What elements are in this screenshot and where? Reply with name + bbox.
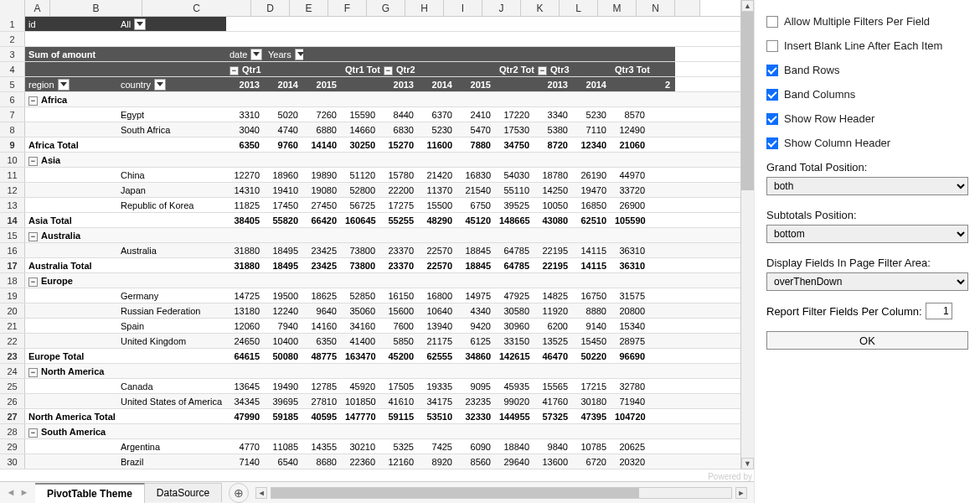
row-head-2[interactable]: 2	[0, 32, 25, 46]
data-cell[interactable]	[380, 228, 419, 242]
collapse-icon[interactable]: −	[28, 96, 38, 106]
data-cell[interactable]: 12490	[611, 122, 650, 137]
filter-icon[interactable]	[295, 49, 303, 60]
qtr-header[interactable]	[419, 62, 457, 76]
data-cell[interactable]: 5230	[419, 122, 457, 137]
sum-label[interactable]: Sum of amount	[25, 47, 117, 61]
qtr-header[interactable]	[265, 62, 303, 76]
data-cell[interactable]: 9840	[534, 439, 573, 454]
country-cell[interactable]: United States of America	[117, 394, 226, 408]
data-cell[interactable]: 15450	[573, 334, 611, 348]
data-cell[interactable]: 5470	[457, 122, 496, 137]
qtr-header[interactable]: −Qtr1	[226, 62, 265, 76]
data-cell[interactable]: 48290	[419, 213, 457, 227]
data-cell[interactable]	[419, 273, 457, 288]
data-cell[interactable]	[534, 153, 573, 167]
row-head-6[interactable]: 6	[0, 92, 25, 106]
col-head-L[interactable]: L	[560, 0, 598, 16]
country-cell[interactable]: Republic of Korea	[117, 198, 226, 212]
data-cell[interactable]	[650, 168, 675, 182]
col-head-F[interactable]: F	[328, 0, 367, 16]
data-cell[interactable]: 27810	[303, 394, 342, 408]
data-cell[interactable]: 13525	[534, 334, 573, 348]
sheet-tab-pivot[interactable]: PivotTable Theme	[35, 483, 145, 503]
data-cell[interactable]: 31880	[226, 258, 265, 272]
data-cell[interactable]: 8680	[303, 454, 342, 469]
country-label[interactable]: country	[117, 77, 226, 91]
data-cell[interactable]: 22360	[342, 454, 380, 469]
data-cell[interactable]: 8880	[573, 303, 611, 318]
data-cell[interactable]: 33720	[611, 183, 650, 197]
country-cell[interactable]: Australia	[117, 243, 226, 257]
data-cell[interactable]: 66420	[303, 213, 342, 227]
row-head-13[interactable]: 13	[0, 198, 25, 212]
data-cell[interactable]: 16850	[573, 198, 611, 212]
year-header[interactable]: 2013	[226, 77, 265, 91]
data-cell[interactable]	[342, 424, 380, 438]
qtr-header[interactable]: −Qtr2	[380, 62, 419, 76]
scroll-right-button[interactable]: ►	[735, 487, 747, 499]
data-cell[interactable]	[380, 424, 419, 438]
country-cell[interactable]: China	[117, 168, 226, 182]
row-head-16[interactable]: 16	[0, 243, 25, 257]
data-cell[interactable]: 7880	[457, 137, 496, 152]
data-cell[interactable]: 15500	[419, 198, 457, 212]
year-header[interactable]	[342, 77, 380, 91]
data-cell[interactable]	[342, 92, 380, 106]
data-cell[interactable]: 4770	[226, 439, 265, 454]
data-cell[interactable]: 47395	[573, 409, 611, 423]
col-head-I[interactable]: I	[444, 0, 482, 16]
row-head-24[interactable]: 24	[0, 364, 25, 378]
data-cell[interactable]: 21060	[611, 137, 650, 152]
data-cell[interactable]: 13940	[419, 319, 457, 333]
country-cell[interactable]: Spain	[117, 319, 226, 333]
data-cell[interactable]: 18845	[457, 258, 496, 272]
data-cell[interactable]: 40595	[303, 409, 342, 423]
row-head-11[interactable]: 11	[0, 168, 25, 182]
data-cell[interactable]: 22570	[419, 258, 457, 272]
qtr-header[interactable]: Qtr2 Total	[496, 62, 534, 76]
data-cell[interactable]	[650, 243, 675, 257]
data-cell[interactable]: 19470	[573, 183, 611, 197]
data-cell[interactable]: 6350	[226, 137, 265, 152]
data-cell[interactable]: 73800	[342, 243, 380, 257]
data-cell[interactable]	[650, 273, 675, 288]
data-cell[interactable]: 14140	[303, 137, 342, 152]
data-cell[interactable]: 21175	[419, 334, 457, 348]
data-cell[interactable]: 73800	[342, 258, 380, 272]
data-cell[interactable]: 12160	[380, 454, 419, 469]
data-cell[interactable]: 104720	[611, 409, 650, 423]
data-cell[interactable]: 14250	[534, 183, 573, 197]
data-cell[interactable]: 19490	[265, 379, 303, 393]
data-cell[interactable]	[342, 228, 380, 242]
total-label[interactable]: Europe Total	[25, 349, 117, 363]
data-cell[interactable]	[650, 303, 675, 318]
data-cell[interactable]: 20625	[611, 439, 650, 454]
total-label[interactable]: Africa Total	[25, 137, 117, 152]
year-header[interactable]: 2013	[534, 77, 573, 91]
data-cell[interactable]: 34860	[457, 349, 496, 363]
collapse-icon[interactable]: −	[384, 66, 393, 75]
data-cell[interactable]	[650, 379, 675, 393]
col-head-H[interactable]: H	[405, 0, 444, 16]
data-cell[interactable]: 12785	[303, 379, 342, 393]
data-cell[interactable]: 5380	[534, 122, 573, 137]
report-filter-input[interactable]	[926, 303, 952, 319]
row-head-8[interactable]: 8	[0, 122, 25, 137]
data-cell[interactable]: 144955	[496, 409, 534, 423]
collapse-icon[interactable]: −	[230, 66, 239, 75]
checkbox[interactable]	[766, 40, 778, 52]
data-cell[interactable]: 50220	[573, 349, 611, 363]
data-cell[interactable]	[650, 213, 675, 227]
data-cell[interactable]	[650, 228, 675, 242]
data-cell[interactable]	[457, 228, 496, 242]
data-cell[interactable]: 71940	[611, 394, 650, 408]
data-cell[interactable]	[496, 228, 534, 242]
data-cell[interactable]: 14725	[226, 288, 265, 303]
id-label[interactable]: id	[25, 17, 117, 31]
data-cell[interactable]: 64615	[226, 349, 265, 363]
year-header[interactable]: 2013	[380, 77, 419, 91]
data-cell[interactable]	[265, 153, 303, 167]
data-cell[interactable]: 21420	[419, 168, 457, 182]
filter-icon[interactable]	[250, 49, 262, 60]
